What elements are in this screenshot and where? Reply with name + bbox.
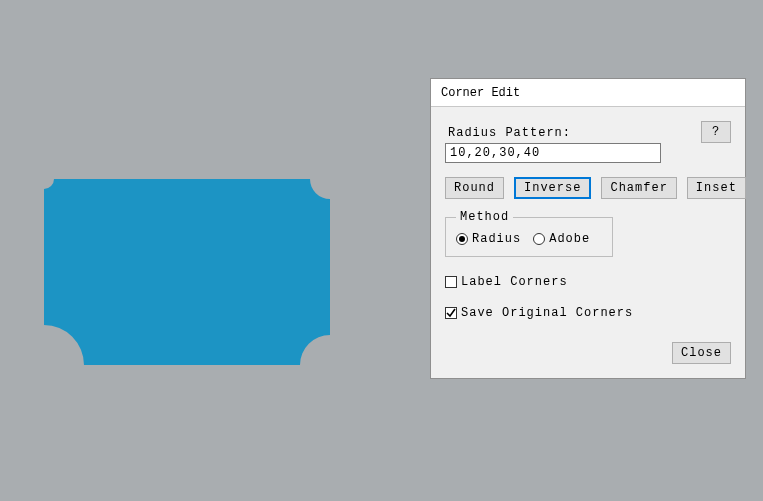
inverse-button[interactable]: Inverse [514,177,591,199]
method-radius-radio[interactable]: Radius [456,232,521,246]
radio-icon [533,233,545,245]
save-original-corners-label: Save Original Corners [461,306,633,320]
close-button[interactable]: Close [672,342,731,364]
save-original-corners-checkbox[interactable]: Save Original Corners [445,306,633,320]
corner-edit-dialog: Corner Edit Radius Pattern: ? Round Inve… [430,78,746,379]
corner-type-row: Round Inverse Chamfer Inset [445,177,731,199]
method-radius-label: Radius [472,232,521,246]
radius-pattern-label: Radius Pattern: [448,126,571,140]
method-adobe-label: Adobe [549,232,590,246]
checkbox-icon [445,276,457,288]
method-adobe-radio[interactable]: Adobe [533,232,590,246]
dialog-titlebar[interactable]: Corner Edit [431,79,745,107]
dialog-title: Corner Edit [441,86,520,100]
radius-pattern-input[interactable] [445,143,661,163]
inset-button[interactable]: Inset [687,177,746,199]
radio-icon [456,233,468,245]
round-button[interactable]: Round [445,177,504,199]
inverse-corner-path [44,179,330,365]
checkbox-icon [445,307,457,319]
label-corners-checkbox[interactable]: Label Corners [445,275,568,289]
label-corners-label: Label Corners [461,275,568,289]
method-legend: Method [456,210,513,224]
shape-preview [44,179,330,365]
method-group: Method Radius Adobe [445,217,613,257]
dialog-body: Radius Pattern: ? Round Inverse Chamfer … [431,107,745,378]
help-button[interactable]: ? [701,121,731,143]
chamfer-button[interactable]: Chamfer [601,177,676,199]
